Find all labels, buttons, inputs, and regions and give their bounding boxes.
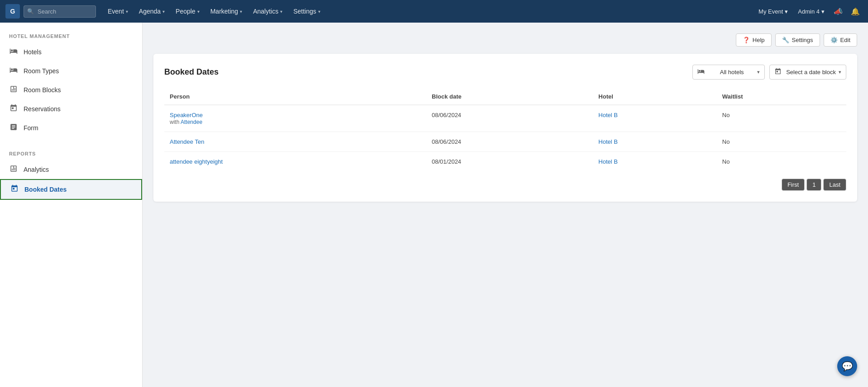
cell-person: SpeakerOnewith Attendee (164, 105, 426, 132)
booked-dates-table: Person Block date Hotel Waitlist Speaker… (164, 89, 846, 171)
sidebar-item-form[interactable]: Form (0, 118, 142, 137)
bell-icon[interactable]: 🔔 (848, 5, 863, 18)
sidebar-item-booked-dates[interactable]: Booked Dates (0, 179, 142, 200)
search-input[interactable] (24, 5, 96, 18)
cell-person: attendee eightyeight (164, 152, 426, 172)
chat-icon: 💬 (842, 361, 853, 372)
room-blocks-icon (9, 85, 18, 95)
hotel-link[interactable]: Hotel B (598, 158, 618, 165)
hotel-icon (9, 47, 18, 57)
sidebar-item-room-types[interactable]: Room Types (0, 61, 142, 80)
chevron-down-icon: ▾ (839, 69, 841, 75)
main-content: ❓ Help 🔧 Settings ⚙️ Edit Booked Dates (143, 23, 868, 387)
table-row: SpeakerOnewith Attendee08/06/2024Hotel B… (164, 105, 846, 132)
cell-hotel: Hotel B (593, 132, 716, 152)
chevron-down-icon: ▾ (197, 9, 200, 14)
chevron-down-icon: ▾ (318, 9, 320, 14)
sidebar-item-analytics[interactable]: Analytics (0, 160, 142, 179)
nav-settings[interactable]: Settings ▾ (289, 5, 325, 18)
admin-dropdown[interactable]: Admin 4 ▾ (794, 6, 828, 17)
room-types-icon (9, 66, 18, 76)
col-block-date: Block date (426, 89, 593, 105)
booked-dates-icon (10, 184, 19, 194)
card-title: Booked Dates (164, 67, 219, 77)
table-row: Attendee Ten08/06/2024Hotel BNo (164, 132, 846, 152)
person-secondary-text: with Attendee (170, 119, 202, 125)
hotel-link[interactable]: Hotel B (598, 138, 618, 145)
sidebar: HOTEL MANAGEMENT Hotels Room Types Room … (0, 23, 143, 387)
nav-analytics[interactable]: Analytics ▾ (248, 5, 287, 18)
first-page-button[interactable]: First (782, 179, 805, 191)
cell-block-date: 08/06/2024 (426, 132, 593, 152)
calendar-filter-icon (774, 68, 782, 76)
nav-items: Event ▾ Agenda ▾ People ▾ Marketing ▾ An… (103, 5, 751, 18)
chevron-down-icon: ▾ (821, 8, 825, 15)
edit-button[interactable]: ⚙️ Edit (824, 33, 857, 47)
hotel-filter-icon (697, 68, 705, 76)
card-filters: All hotels ▾ Select a date block ▾ (692, 65, 846, 80)
pagination: First 1 Last (164, 179, 846, 191)
page-1-button[interactable]: 1 (806, 179, 821, 191)
cell-hotel: Hotel B (593, 105, 716, 132)
hotels-filter[interactable]: All hotels ▾ (692, 65, 765, 80)
person-primary-link[interactable]: attendee eightyeight (170, 158, 223, 165)
search-wrap: 🔍 (24, 5, 96, 18)
reservations-icon (9, 104, 18, 114)
reports-section: REPORTS Analytics Booked Dates (0, 151, 142, 200)
reports-label: REPORTS (0, 151, 142, 160)
table-body: SpeakerOnewith Attendee08/06/2024Hotel B… (164, 105, 846, 171)
chevron-down-icon: ▾ (280, 9, 282, 14)
table-header: Person Block date Hotel Waitlist (164, 89, 846, 105)
cell-waitlist: No (717, 152, 846, 172)
booked-dates-card: Booked Dates All hotels ▾ Select a date (153, 54, 857, 202)
cell-waitlist: No (717, 105, 846, 132)
date-block-filter[interactable]: Select a date block ▾ (769, 65, 846, 80)
help-icon: ❓ (743, 37, 750, 43)
cell-waitlist: No (717, 132, 846, 152)
my-event-dropdown[interactable]: My Event ▾ (755, 6, 792, 17)
cell-block-date: 08/06/2024 (426, 105, 593, 132)
chevron-down-icon: ▾ (785, 8, 788, 15)
nav-right: My Event ▾ Admin 4 ▾ 📣 🔔 (755, 5, 863, 18)
person-primary-link[interactable]: Attendee Ten (170, 138, 204, 145)
col-hotel: Hotel (593, 89, 716, 105)
gear-icon: ⚙️ (830, 37, 838, 43)
cell-hotel: Hotel B (593, 152, 716, 172)
nav-people[interactable]: People ▾ (171, 5, 204, 18)
form-icon (9, 123, 18, 133)
page-toolbar: ❓ Help 🔧 Settings ⚙️ Edit (153, 33, 857, 47)
analytics-icon (9, 165, 18, 175)
nav-agenda[interactable]: Agenda ▾ (134, 5, 169, 18)
hotel-link[interactable]: Hotel B (598, 112, 618, 118)
chevron-down-icon: ▾ (126, 9, 128, 14)
app-logo[interactable]: G (5, 4, 20, 19)
chat-bubble-button[interactable]: 💬 (837, 356, 857, 376)
col-person: Person (164, 89, 426, 105)
chevron-down-icon: ▾ (240, 9, 242, 14)
chevron-down-icon: ▾ (757, 69, 760, 75)
layout: HOTEL MANAGEMENT Hotels Room Types Room … (0, 23, 868, 387)
hotel-management-label: HOTEL MANAGEMENT (0, 33, 142, 42)
top-nav: G 🔍 Event ▾ Agenda ▾ People ▾ Marketing … (0, 0, 868, 23)
attendee-link[interactable]: Attendee (181, 119, 202, 125)
sidebar-item-hotels[interactable]: Hotels (0, 42, 142, 61)
cell-person: Attendee Ten (164, 132, 426, 152)
megaphone-icon[interactable]: 📣 (831, 5, 845, 18)
sidebar-item-room-blocks[interactable]: Room Blocks (0, 80, 142, 99)
cell-block-date: 08/01/2024 (426, 152, 593, 172)
last-page-button[interactable]: Last (823, 179, 846, 191)
sidebar-item-reservations[interactable]: Reservations (0, 99, 142, 118)
wrench-icon: 🔧 (782, 37, 789, 43)
settings-button[interactable]: 🔧 Settings (775, 33, 820, 47)
table-row: attendee eightyeight08/01/2024Hotel BNo (164, 152, 846, 172)
nav-marketing[interactable]: Marketing ▾ (206, 5, 247, 18)
help-button[interactable]: ❓ Help (736, 33, 772, 47)
person-primary-link[interactable]: SpeakerOne (170, 112, 203, 118)
chevron-down-icon: ▾ (162, 9, 165, 14)
nav-event[interactable]: Event ▾ (103, 5, 133, 18)
col-waitlist: Waitlist (717, 89, 846, 105)
card-header: Booked Dates All hotels ▾ Select a date (164, 65, 846, 80)
